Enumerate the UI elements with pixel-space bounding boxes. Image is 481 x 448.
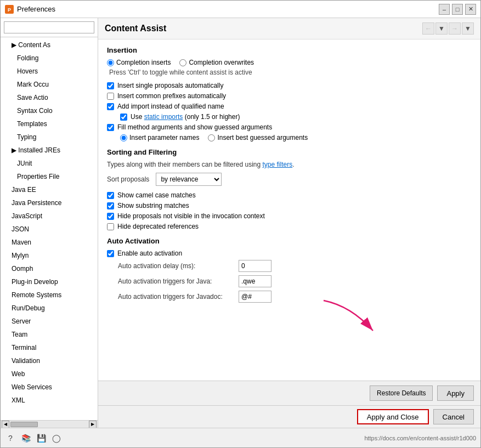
scroll-left-arrow[interactable]: ◀ xyxy=(2,421,9,428)
content-panel: Content Assist ← ▼ → ▼ Insertion Complet… xyxy=(98,18,480,428)
hide-proposals-checkbox[interactable] xyxy=(107,213,114,220)
use-static-imports-checkbox[interactable] xyxy=(120,114,127,121)
sidebar-item-mylyn[interactable]: Mylyn xyxy=(1,249,98,262)
show-camel-case-label: Show camel case matches xyxy=(117,191,196,199)
ctrl-toggle-hint: Press 'Ctrl' to toggle while content ass… xyxy=(107,69,472,76)
sidebar-item-templates[interactable]: Templates xyxy=(1,117,98,131)
insert-common-prefixes-label: Insert common prefixes automatically xyxy=(117,92,226,100)
sidebar-item-web-services[interactable]: Web Services xyxy=(1,381,98,394)
page-title: Content Assist xyxy=(105,24,166,33)
sort-proposals-row: Sort proposals by relevance alphabetical… xyxy=(107,173,472,186)
sidebar-item-content-assist[interactable]: ▶ Content As xyxy=(1,38,98,52)
insert-best-guessed-label: Insert best guessed arguments xyxy=(217,134,308,141)
auto-activation-java-input[interactable] xyxy=(239,275,271,287)
back-button[interactable]: ← xyxy=(422,22,434,35)
sidebar-item-java-ee[interactable]: Java EE xyxy=(1,183,98,196)
sidebar-item-installed-jres[interactable]: ▶ Installed JREs xyxy=(1,144,98,157)
sidebar-item-terminal[interactable]: Terminal xyxy=(1,341,98,354)
forward-button[interactable]: → xyxy=(449,22,461,35)
insertion-section-label: Insertion xyxy=(107,46,472,54)
scroll-thumb[interactable] xyxy=(10,422,38,427)
sidebar-tree: ▶ Content As Folding Hovers Mark Occu Sa… xyxy=(1,37,98,420)
auto-activation-javadoc-input[interactable] xyxy=(239,291,271,303)
bottom-url: https://docs.com/en/content-assist/r1d00… xyxy=(364,435,476,441)
fill-method-args-row: Fill method arguments and show guessed a… xyxy=(107,123,472,131)
filter-info-text: Types along with their members can be fi… xyxy=(107,161,472,168)
completion-inserts-radio[interactable] xyxy=(107,59,114,66)
show-camel-case-row: Show camel case matches xyxy=(107,191,472,199)
sort-proposals-label: Sort proposals xyxy=(107,175,149,183)
use-static-imports-row: Use static imports (only 1.5 or higher) xyxy=(107,113,472,121)
completion-inserts-option[interactable]: Completion inserts xyxy=(107,59,171,66)
sidebar-search-input[interactable] xyxy=(4,21,94,33)
sidebar-item-hovers[interactable]: Hovers xyxy=(1,65,98,78)
apply-button[interactable]: Apply xyxy=(437,385,474,401)
forward-dropdown-button[interactable]: ▼ xyxy=(462,22,474,35)
sidebar-item-team[interactable]: Team xyxy=(1,328,98,341)
auto-activation-delay-label: Auto activation delay (ms): xyxy=(118,262,239,270)
sidebar-item-mark-occurrences[interactable]: Mark Occu xyxy=(1,78,98,91)
insert-common-prefixes-checkbox[interactable] xyxy=(107,93,114,100)
help-icon[interactable]: ? xyxy=(5,433,16,444)
sidebar-item-run-debug[interactable]: Run/Debug xyxy=(1,302,98,315)
hide-deprecated-checkbox[interactable] xyxy=(107,223,114,230)
completion-radio-group: Completion inserts Completion overwrites xyxy=(107,59,472,66)
sidebar-item-server[interactable]: Server xyxy=(1,315,98,328)
sidebar-item-save-actions[interactable]: Save Actio xyxy=(1,91,98,104)
add-import-checkbox[interactable] xyxy=(107,103,114,110)
export-icon[interactable]: 💾 xyxy=(36,433,47,444)
sidebar-item-syntax-coloring[interactable]: Syntax Colo xyxy=(1,104,98,117)
use-static-imports-label: Use static imports (only 1.5 or higher) xyxy=(131,113,240,121)
insert-single-proposals-checkbox[interactable] xyxy=(107,82,114,89)
circle-icon[interactable]: ◯ xyxy=(51,433,62,444)
sidebar-item-xml[interactable]: XML xyxy=(1,394,98,407)
sidebar-item-java-persistence[interactable]: Java Persistence xyxy=(1,196,98,209)
apply-close-bar: Apply and Close Cancel xyxy=(98,405,480,428)
sidebar-item-web[interactable]: Web xyxy=(1,367,98,381)
show-substring-checkbox[interactable] xyxy=(107,202,114,209)
sidebar-item-validation[interactable]: Validation xyxy=(1,354,98,367)
insert-parameter-names-label: Insert parameter names xyxy=(129,134,199,141)
static-imports-link[interactable]: static imports xyxy=(144,113,183,121)
insert-best-guessed-option[interactable]: Insert best guessed arguments xyxy=(208,134,308,141)
close-button[interactable]: ✕ xyxy=(465,4,476,15)
sidebar-item-plug-in-development[interactable]: Plug-in Develop xyxy=(1,275,98,288)
insert-parameter-names-radio[interactable] xyxy=(120,134,127,141)
completion-overwrites-radio[interactable] xyxy=(179,59,186,66)
title-bar: P Preferences – □ ✕ xyxy=(1,1,480,18)
sidebar-item-typing[interactable]: Typing xyxy=(1,131,98,144)
show-camel-case-checkbox[interactable] xyxy=(107,192,114,199)
horizontal-scrollbar[interactable]: ◀ ▶ xyxy=(1,420,98,428)
auto-activation-javadoc-row: Auto activation triggers for Javadoc: xyxy=(107,291,472,303)
back-dropdown-button[interactable]: ▼ xyxy=(435,22,448,35)
book-icon[interactable]: 📚 xyxy=(20,433,31,444)
type-filters-link[interactable]: type filters xyxy=(262,161,292,168)
auto-activation-delay-input[interactable] xyxy=(239,260,271,272)
title-bar-left: P Preferences xyxy=(5,5,55,14)
apply-and-close-button[interactable]: Apply and Close xyxy=(357,409,429,424)
sorting-section-label: Sorting and Filtering xyxy=(107,148,472,156)
main-area: ▶ Content As Folding Hovers Mark Occu Sa… xyxy=(1,18,480,428)
insert-best-guessed-radio[interactable] xyxy=(208,134,215,141)
sidebar-item-javascript[interactable]: JavaScript xyxy=(1,209,98,223)
fill-method-args-checkbox[interactable] xyxy=(107,124,114,131)
sidebar-item-remote-systems[interactable]: Remote Systems xyxy=(1,288,98,302)
sidebar-item-oomph[interactable]: Oomph xyxy=(1,262,98,275)
sidebar-item-properties-file[interactable]: Properties File xyxy=(1,170,98,183)
maximize-button[interactable]: □ xyxy=(452,4,463,15)
enable-auto-activation-checkbox[interactable] xyxy=(107,250,114,257)
sidebar-item-maven[interactable]: Maven xyxy=(1,236,98,249)
sidebar-item-json[interactable]: JSON xyxy=(1,223,98,236)
hide-deprecated-row: Hide deprecated references xyxy=(107,223,472,230)
completion-overwrites-option[interactable]: Completion overwrites xyxy=(179,59,254,66)
scroll-right-arrow[interactable]: ▶ xyxy=(89,421,97,428)
window-title: Preferences xyxy=(17,5,55,13)
sidebar-item-folding[interactable]: Folding xyxy=(1,52,98,65)
sort-proposals-select[interactable]: by relevance alphabetically xyxy=(156,173,222,186)
restore-apply-bar: Restore Defaults Apply xyxy=(98,381,480,405)
sidebar-item-junit[interactable]: JUnit xyxy=(1,157,98,170)
insert-parameter-names-option[interactable]: Insert parameter names xyxy=(120,134,199,141)
minimize-button[interactable]: – xyxy=(439,4,450,15)
restore-defaults-button[interactable]: Restore Defaults xyxy=(370,385,433,401)
cancel-button[interactable]: Cancel xyxy=(433,409,474,424)
